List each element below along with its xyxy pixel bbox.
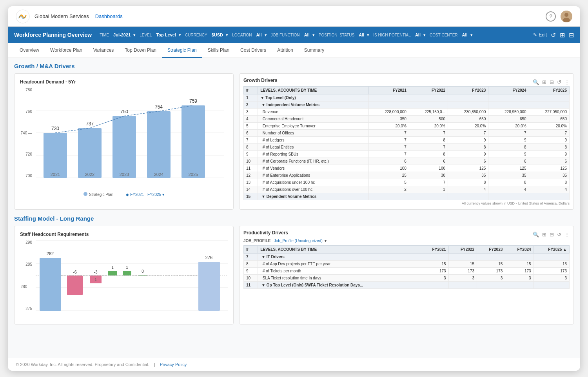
main-content: Growth / M&A Drivers Headcount Demand - … (8, 58, 580, 358)
tab-skills-plan[interactable]: Skills Plan (202, 43, 235, 58)
tab-cost-drivers[interactable]: Cost Drivers (235, 43, 272, 58)
bookmark-icon[interactable]: ⊟ (569, 31, 574, 39)
user-avatar[interactable] (561, 11, 572, 22)
prod-col-fy2023: FY2023 (477, 246, 505, 254)
svg-text:1: 1 (111, 265, 114, 270)
chart-yaxis: 780 760 740 — 720 700 (20, 88, 34, 178)
table-header-row: # LEVELS, ACCOUNTS BY TIME FY2021 FY2022… (244, 87, 570, 94)
col-num: # (244, 87, 258, 94)
filter-level[interactable]: LEVEL Top Level ▾ (140, 33, 181, 38)
filter-location[interactable]: LOCATION All ▾ (232, 33, 267, 38)
svg-text:2024: 2024 (154, 172, 163, 177)
download-icon[interactable]: ⊟ (550, 232, 554, 237)
filter-position-status[interactable]: POSITION_STATUS All ▾ (319, 33, 370, 38)
search-icon[interactable]: 🔍 (533, 79, 539, 85)
growth-drivers-table: # LEVELS, ACCOUNTS BY TIME FY2021 FY2022… (243, 86, 570, 200)
svg-text:2021: 2021 (51, 172, 60, 177)
refresh-icon[interactable]: ↺ (557, 232, 561, 237)
productivity-header: Productivity Drivers 🔍 ⊞ ⊟ ↺ ⋮ (243, 230, 570, 239)
svg-rect-42 (123, 271, 131, 276)
table-row: 1▼ Top Level (Only) (244, 94, 570, 102)
svg-text:-3: -3 (94, 270, 98, 274)
tab-top-down-plan[interactable]: Top Down Plan (119, 43, 162, 58)
table-row: 8 # of App Dev projects per FTE per year… (244, 261, 570, 268)
tab-attrition[interactable]: Attrition (272, 43, 299, 58)
download-icon[interactable]: ⊟ (550, 79, 554, 85)
svg-point-2 (564, 13, 568, 17)
edit-button[interactable]: ✎ Edit (533, 32, 547, 38)
svg-text:2022: 2022 (85, 172, 94, 177)
table-row: 9 # of Reporting SBUs78999 (244, 151, 570, 158)
table-row: 2 ▼ Independent Volume Metrics (244, 102, 570, 109)
privacy-policy-link[interactable]: Privacy Policy (160, 362, 187, 367)
col-fy2021: FY2021 (368, 87, 409, 94)
chart-legend: Strategic Plan ◆ FY2021 - FY2025 ▾ (20, 192, 228, 197)
table-row: 9 # of Tickets per month173173173173173 (244, 268, 570, 275)
filter-time[interactable]: TIME Jul-2021 ▾ (100, 33, 136, 38)
table-row: 5 Enterprise Employee Turnover20.0%20.0%… (244, 123, 570, 130)
table-row: 7 # of Ledgers78999 (244, 137, 570, 144)
productivity-table-icons: 🔍 ⊞ ⊟ ↺ ⋮ (533, 232, 570, 237)
grid-icon[interactable]: ⊞ (560, 31, 565, 39)
tab-variances[interactable]: Variances (88, 43, 119, 58)
bottom-panels-row: Staff Headcount Requirements 290 285 280… (14, 226, 574, 324)
growth-header: Growth Drivers 🔍 ⊞ ⊟ ↺ ⋮ (243, 78, 570, 86)
tab-overview[interactable]: Overview (14, 43, 45, 58)
copyright-text: © 2020 Workday, Inc. All rights reserved… (16, 362, 149, 367)
tab-strategic-plan[interactable]: Strategic Plan (162, 43, 202, 58)
table-row: 7 ▼ IT Drivers (244, 254, 570, 261)
staff-chart-area: 290 285 280 — 275 282 (20, 240, 228, 319)
svg-rect-46 (198, 262, 220, 311)
table-row: 10 SLA Ticket resolution time in days333… (244, 275, 570, 282)
col-fy2023: FY2023 (448, 87, 488, 94)
col-fy2022: FY2022 (409, 87, 448, 94)
filter-cost-center[interactable]: COST CENTER All ▾ (430, 33, 473, 38)
filter-job-function[interactable]: JOB FUNCTION All ▾ (271, 33, 315, 38)
productivity-table-body: 7 ▼ IT Drivers 8 # of App Dev projects p… (244, 254, 570, 289)
refresh-icon[interactable]: ↺ (551, 31, 556, 39)
prod-col-num: # (244, 246, 258, 254)
filter-currency[interactable]: CURRENCY $USD ▾ (185, 33, 228, 38)
prod-col-fy2022: FY2022 (448, 246, 477, 254)
table-row: 12 # of Enterprise Applications253035353… (244, 172, 570, 179)
productivity-table-container[interactable]: # LEVELS, ACCOUNTS BY TIME FY2021 FY2022… (243, 245, 570, 289)
table-row: 11 ▼ Op Top Level (Only) SWFA Ticket Res… (244, 282, 570, 289)
headcount-chart-area: 780 760 740 — 720 700 (20, 88, 228, 190)
svg-text:1: 1 (94, 277, 96, 281)
top-nav: Global Modern Services Dashboards ? (8, 6, 580, 27)
svg-text:0: 0 (142, 269, 144, 274)
col-fy2024: FY2024 (488, 87, 529, 94)
help-icon[interactable]: ? (546, 11, 556, 22)
dashboards-link[interactable]: Dashboards (95, 13, 123, 19)
export-icon[interactable]: ⊞ (542, 79, 546, 85)
svg-rect-35 (67, 276, 83, 295)
export-icon[interactable]: ⊞ (542, 232, 546, 237)
svg-text:-6: -6 (73, 270, 77, 274)
tab-summary[interactable]: Summary (299, 43, 330, 58)
headcount-chart-title: Headcount Demand - 5Yr (20, 79, 228, 85)
svg-text:2023: 2023 (120, 172, 129, 177)
svg-rect-44 (138, 275, 147, 276)
more-icon[interactable]: ⋮ (564, 232, 570, 237)
staff-chart-panel: Staff Headcount Requirements 290 285 280… (14, 226, 234, 324)
table-row: 3 Revenue228,000,000225,150,0...230,850,… (244, 109, 570, 116)
svg-rect-12 (78, 128, 102, 178)
svg-text:754: 754 (155, 104, 163, 110)
svg-rect-15 (113, 116, 136, 178)
headcount-chart-panel: Headcount Demand - 5Yr 780 760 740 — 720… (14, 73, 234, 210)
productivity-filter: JOB_PROFILE Job_Profile (Uncategorized) … (243, 239, 570, 243)
svg-rect-21 (181, 105, 205, 178)
table-row: 15 ▼ Dependent Volume Metrics (244, 193, 570, 200)
filter-high-potential[interactable]: IS HIGH POTENTIAL All ▾ (373, 33, 426, 38)
svg-text:276: 276 (205, 255, 212, 260)
growth-table-container[interactable]: # LEVELS, ACCOUNTS BY TIME FY2021 FY2022… (243, 86, 570, 200)
refresh-icon[interactable]: ↺ (557, 79, 561, 85)
tab-workforce-plan[interactable]: Workforce Plan (45, 43, 88, 58)
more-icon[interactable]: ⋮ (564, 79, 570, 85)
growth-table-icons: 🔍 ⊞ ⊟ ↺ ⋮ (533, 79, 570, 85)
company-name: Global Modern Services (34, 13, 89, 19)
staff-chart-title: Staff Headcount Requirements (20, 232, 228, 237)
search-icon[interactable]: 🔍 (533, 232, 539, 237)
table-row: 8 # of Legal Entities77888 (244, 144, 570, 151)
productivity-table: # LEVELS, ACCOUNTS BY TIME FY2021 FY2022… (243, 245, 570, 289)
